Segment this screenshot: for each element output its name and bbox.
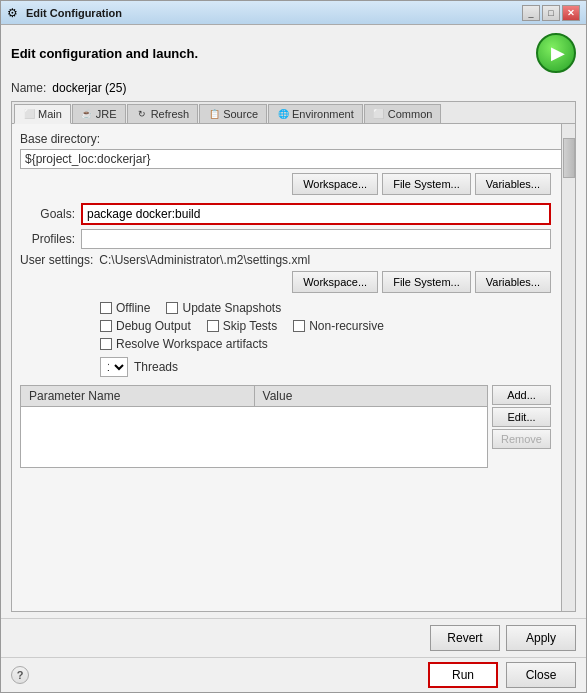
- window: ⚙ Edit Configuration _ □ ✕ Edit configur…: [0, 0, 587, 693]
- base-directory-input[interactable]: [20, 149, 567, 169]
- tab-source-label: Source: [223, 108, 258, 120]
- refresh-tab-icon: ↻: [136, 108, 148, 120]
- header-section: Edit configuration and launch. ▶: [11, 33, 576, 73]
- scrollbar-thumb[interactable]: [563, 138, 575, 178]
- tab-environment-label: Environment: [292, 108, 354, 120]
- bottom-buttons: Revert Apply: [1, 618, 586, 657]
- tab-refresh[interactable]: ↻ Refresh: [127, 104, 199, 123]
- table-header: Parameter Name Value: [21, 386, 487, 407]
- checkboxes-section: Offline Update Snapshots Debug Output: [20, 301, 567, 351]
- window-title: Edit Configuration: [26, 7, 522, 19]
- tab-common-label: Common: [388, 108, 433, 120]
- tab-jre[interactable]: ☕ JRE: [72, 104, 126, 123]
- workspace-button-2[interactable]: Workspace...: [292, 271, 378, 293]
- profiles-row: Profiles:: [20, 229, 567, 249]
- main-tab-icon: ⬜: [23, 108, 35, 120]
- checkbox-row-3: Resolve Workspace artifacts: [20, 337, 567, 351]
- non-recursive-label: Non-recursive: [309, 319, 384, 333]
- name-row: Name: dockerjar (25): [11, 81, 576, 95]
- scrollbar[interactable]: [561, 124, 575, 611]
- profiles-label: Profiles:: [20, 232, 75, 246]
- offline-checkbox[interactable]: [100, 302, 112, 314]
- close-window-button[interactable]: ✕: [562, 5, 580, 21]
- footer-bar: ? Run Close: [1, 657, 586, 692]
- threads-label: Threads: [134, 360, 178, 374]
- user-settings-row: User settings: C:\Users\Administrator\.m…: [20, 253, 567, 267]
- remove-button[interactable]: Remove: [492, 429, 551, 449]
- close-button[interactable]: Close: [506, 662, 576, 688]
- run-button[interactable]: Run: [428, 662, 498, 688]
- file-system-button-2[interactable]: File System...: [382, 271, 471, 293]
- workspace-button-1[interactable]: Workspace...: [292, 173, 378, 195]
- checkbox-row-1: Offline Update Snapshots: [20, 301, 567, 315]
- table-action-buttons: Add... Edit... Remove: [492, 385, 551, 468]
- resolve-workspace-checkbox[interactable]: [100, 338, 112, 350]
- window-content: Edit configuration and launch. ▶ Name: d…: [1, 25, 586, 618]
- button-row-2: Workspace... File System... Variables...: [20, 271, 567, 293]
- title-bar: ⚙ Edit Configuration _ □ ✕: [1, 1, 586, 25]
- threads-dropdown[interactable]: 1 2 4: [100, 357, 128, 377]
- tab-jre-label: JRE: [96, 108, 117, 120]
- help-button[interactable]: ?: [11, 666, 29, 684]
- user-settings-label: User settings:: [20, 253, 93, 267]
- file-system-button-1[interactable]: File System...: [382, 173, 471, 195]
- value-header: Value: [255, 386, 488, 406]
- button-row-1: Workspace... File System... Variables...: [20, 173, 567, 195]
- jre-tab-icon: ☕: [81, 108, 93, 120]
- goals-row: Goals:: [20, 203, 567, 225]
- threads-row: 1 2 4 Threads: [20, 357, 567, 377]
- debug-output-label: Debug Output: [116, 319, 191, 333]
- environment-tab-icon: 🌐: [277, 108, 289, 120]
- revert-button[interactable]: Revert: [430, 625, 500, 651]
- goals-input[interactable]: [81, 203, 551, 225]
- resolve-workspace-label: Resolve Workspace artifacts: [116, 337, 268, 351]
- main-panel: ▲ ▼ Base directory: Workspace... File Sy…: [11, 123, 576, 612]
- offline-label: Offline: [116, 301, 150, 315]
- edit-button[interactable]: Edit...: [492, 407, 551, 427]
- update-snapshots-label: Update Snapshots: [182, 301, 281, 315]
- non-recursive-checkbox[interactable]: [293, 320, 305, 332]
- tabs-bar: ⬜ Main ☕ JRE ↻ Refresh 📋 Source 🌐 Enviro…: [11, 101, 576, 123]
- variables-button-2[interactable]: Variables...: [475, 271, 551, 293]
- tab-common[interactable]: ⬜ Common: [364, 104, 442, 123]
- common-tab-icon: ⬜: [373, 108, 385, 120]
- tab-main[interactable]: ⬜ Main: [14, 104, 71, 124]
- tab-source[interactable]: 📋 Source: [199, 104, 267, 123]
- minimize-button[interactable]: _: [522, 5, 540, 21]
- window-controls: _ □ ✕: [522, 5, 580, 21]
- apply-button[interactable]: Apply: [506, 625, 576, 651]
- table-body: [21, 407, 487, 467]
- tab-environment[interactable]: 🌐 Environment: [268, 104, 363, 123]
- launch-run-button[interactable]: ▶: [536, 33, 576, 73]
- non-recursive-checkbox-item: Non-recursive: [293, 319, 384, 333]
- play-icon: ▶: [551, 42, 565, 64]
- param-name-header: Parameter Name: [21, 386, 255, 406]
- skip-tests-label: Skip Tests: [223, 319, 277, 333]
- offline-checkbox-item: Offline: [100, 301, 150, 315]
- skip-tests-checkbox[interactable]: [207, 320, 219, 332]
- maximize-button[interactable]: □: [542, 5, 560, 21]
- parameters-table: Parameter Name Value: [20, 385, 488, 468]
- user-settings-value: C:\Users\Administrator\.m2\settings.xml: [99, 253, 567, 267]
- name-label: Name:: [11, 81, 46, 95]
- update-snapshots-checkbox-item: Update Snapshots: [166, 301, 281, 315]
- source-tab-icon: 📋: [208, 108, 220, 120]
- variables-button-1[interactable]: Variables...: [475, 173, 551, 195]
- debug-output-checkbox-item: Debug Output: [100, 319, 191, 333]
- skip-tests-checkbox-item: Skip Tests: [207, 319, 277, 333]
- update-snapshots-checkbox[interactable]: [166, 302, 178, 314]
- tab-refresh-label: Refresh: [151, 108, 190, 120]
- tab-main-label: Main: [38, 108, 62, 120]
- resolve-workspace-checkbox-item: Resolve Workspace artifacts: [100, 337, 268, 351]
- window-icon: ⚙: [7, 6, 21, 20]
- add-button[interactable]: Add...: [492, 385, 551, 405]
- debug-output-checkbox[interactable]: [100, 320, 112, 332]
- table-container: Parameter Name Value Add... Edit... Remo…: [20, 385, 567, 468]
- profiles-input[interactable]: [81, 229, 551, 249]
- checkbox-row-2: Debug Output Skip Tests Non-recursive: [20, 319, 567, 333]
- base-directory-label: Base directory:: [20, 132, 567, 146]
- name-value: dockerjar (25): [52, 81, 126, 95]
- panel-content: Base directory: Workspace... File System…: [12, 124, 575, 611]
- header-title: Edit configuration and launch.: [11, 46, 198, 61]
- goals-label: Goals:: [20, 207, 75, 221]
